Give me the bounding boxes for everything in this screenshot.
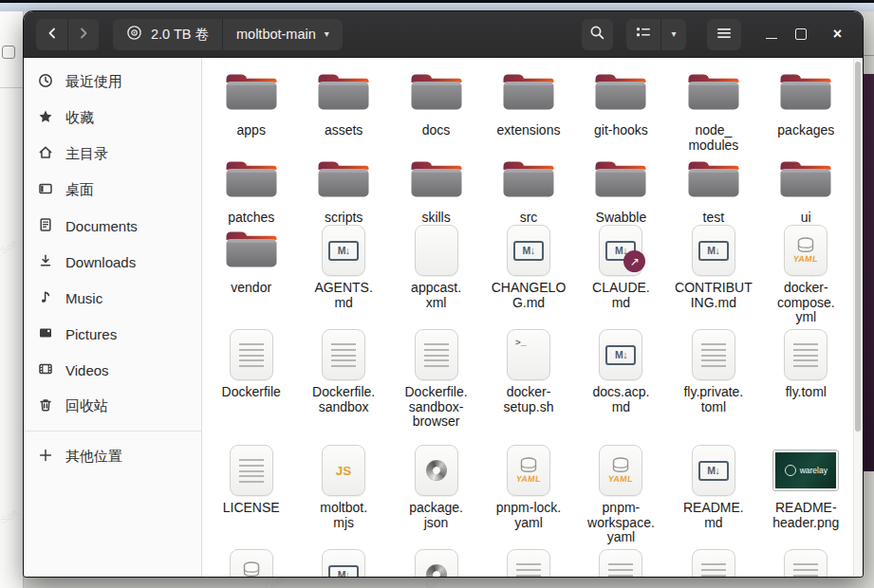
file-item[interactable]: >_docker- setup.sh: [482, 329, 574, 414]
file-item[interactable]: assets: [297, 67, 389, 138]
file-item[interactable]: docs: [390, 67, 482, 138]
sidebar-item-label: 最近使用: [65, 73, 122, 91]
file-item[interactable]: M↓AGENTS. md: [297, 225, 389, 310]
scrollbar[interactable]: [853, 59, 863, 576]
file-item[interactable]: [575, 549, 667, 577]
background-window-strip-right: [863, 74, 874, 471]
file-item[interactable]: M↓↗CLAUDE. md: [575, 225, 667, 310]
view-toggle-group: ▾: [626, 19, 686, 50]
file-item[interactable]: M↓docs.acp. md: [575, 329, 667, 414]
file-item[interactable]: YAML: [205, 549, 297, 577]
file-name: README- header.png: [772, 501, 839, 530]
sidebar-item-主目录[interactable]: 主目录: [29, 136, 195, 172]
close-button[interactable]: ×: [825, 22, 850, 47]
markdown-file-icon: M↓: [692, 225, 735, 276]
files-window: 2.0 TB 卷 moltbot-main ▾: [24, 11, 863, 577]
file-item[interactable]: [482, 549, 574, 577]
file-item[interactable]: [667, 549, 759, 577]
file-item[interactable]: YAMLpnpm- workspace. yaml: [575, 445, 667, 545]
file-item[interactable]: appcast. xml: [390, 225, 482, 310]
file-item[interactable]: vendor: [205, 225, 297, 296]
clock-icon: [38, 73, 53, 91]
text-file-icon: [415, 329, 458, 380]
file-item[interactable]: [760, 549, 852, 577]
file-name: ui: [801, 211, 811, 226]
maximize-button[interactable]: [795, 28, 807, 40]
scrollbar-thumb[interactable]: [855, 62, 861, 432]
file-item[interactable]: warelayREADME- header.png: [760, 445, 852, 530]
document-icon: [38, 217, 53, 235]
background-glyph: [2, 46, 15, 59]
sidebar-item-Music[interactable]: Music: [29, 280, 195, 316]
file-name: fly.toml: [786, 385, 827, 400]
file-item[interactable]: JSmoltbot. mjs: [297, 445, 389, 530]
file-item[interactable]: patches: [205, 155, 297, 226]
file-item[interactable]: M↓CONTRIBUT ING.md: [667, 225, 759, 310]
search-button[interactable]: [582, 19, 613, 50]
file-item[interactable]: M↓: [297, 549, 389, 577]
file-item[interactable]: M↓README. md: [667, 445, 759, 530]
file-item[interactable]: fly.private. toml: [667, 329, 759, 414]
file-item[interactable]: git-hooks: [575, 67, 667, 138]
file-item[interactable]: src: [482, 155, 574, 226]
sidebar-item-回收站[interactable]: 回收站: [29, 388, 195, 424]
list-view-icon: [636, 26, 651, 44]
file-item[interactable]: skills: [390, 155, 482, 226]
file-name: CLAUDE. md: [592, 281, 650, 310]
file-item[interactable]: [390, 549, 482, 577]
file-name: Dockerfile: [222, 385, 281, 400]
file-name: appcast. xml: [411, 281, 461, 310]
back-button[interactable]: [36, 19, 67, 50]
sidebar: 最近使用收藏主目录桌面DocumentsDownloadsMusicPictur…: [24, 58, 202, 577]
file-item[interactable]: YAMLpnpm-lock. yaml: [482, 445, 574, 530]
sidebar-separator: [24, 431, 201, 432]
file-item[interactable]: Dockerfile. sandbox- browser: [390, 329, 482, 430]
file-item[interactable]: Swabble: [575, 155, 667, 226]
nav-buttons: [36, 19, 99, 50]
forward-button[interactable]: [67, 19, 99, 50]
file-item[interactable]: package. json: [390, 445, 482, 530]
folder-icon: [224, 228, 279, 273]
symlink-emblem-icon: ↗: [623, 250, 645, 272]
background-divider: [0, 87, 23, 88]
file-item[interactable]: test: [667, 155, 759, 226]
file-item[interactable]: packages: [760, 67, 852, 138]
sidebar-item-Documents[interactable]: Documents: [29, 208, 195, 244]
file-item[interactable]: Dockerfile: [205, 329, 297, 400]
file-item[interactable]: node_ modules: [667, 67, 759, 153]
file-name: test: [703, 211, 725, 226]
file-name: apps: [237, 123, 266, 138]
yaml-file-icon: YAML: [230, 549, 273, 577]
file-item[interactable]: extensions: [482, 67, 574, 138]
file-name: AGENTS. md: [314, 281, 372, 310]
file-item[interactable]: Dockerfile. sandbox: [297, 329, 389, 414]
sidebar-item-label: Downloads: [65, 254, 136, 270]
path-segment-current[interactable]: moltbot-main ▾: [223, 19, 343, 50]
file-item[interactable]: M↓CHANGELO G.md: [482, 225, 574, 310]
minimize-button[interactable]: [766, 30, 777, 39]
trash-icon: [38, 397, 53, 415]
chevron-down-icon: ▾: [325, 29, 329, 39]
folder-icon: [593, 70, 648, 116]
sidebar-item-桌面[interactable]: 桌面: [29, 172, 195, 208]
file-item[interactable]: ui: [760, 155, 852, 226]
sidebar-item-Videos[interactable]: Videos: [29, 352, 195, 388]
file-name: extensions: [497, 123, 561, 138]
star-icon: [38, 109, 53, 127]
sidebar-item-Pictures[interactable]: Pictures: [29, 316, 195, 352]
file-item[interactable]: LICENSE: [205, 445, 297, 516]
sidebar-item-other-locations[interactable]: 其他位置: [29, 438, 195, 474]
text-file-icon: [230, 445, 273, 496]
view-options-button[interactable]: ▾: [660, 19, 686, 50]
file-item[interactable]: fly.toml: [760, 329, 852, 400]
file-item[interactable]: YAMLdocker- compose. yml: [760, 225, 852, 325]
sidebar-item-Downloads[interactable]: Downloads: [29, 244, 195, 280]
markdown-file-icon: M↓: [322, 549, 365, 577]
list-view-button[interactable]: [626, 19, 660, 50]
menu-button[interactable]: [707, 19, 741, 50]
sidebar-item-收藏[interactable]: 收藏: [29, 100, 195, 136]
path-segment-volume[interactable]: 2.0 TB 卷: [113, 19, 222, 50]
sidebar-item-最近使用[interactable]: 最近使用: [29, 64, 195, 100]
file-item[interactable]: apps: [205, 67, 297, 138]
file-item[interactable]: scripts: [297, 155, 389, 226]
